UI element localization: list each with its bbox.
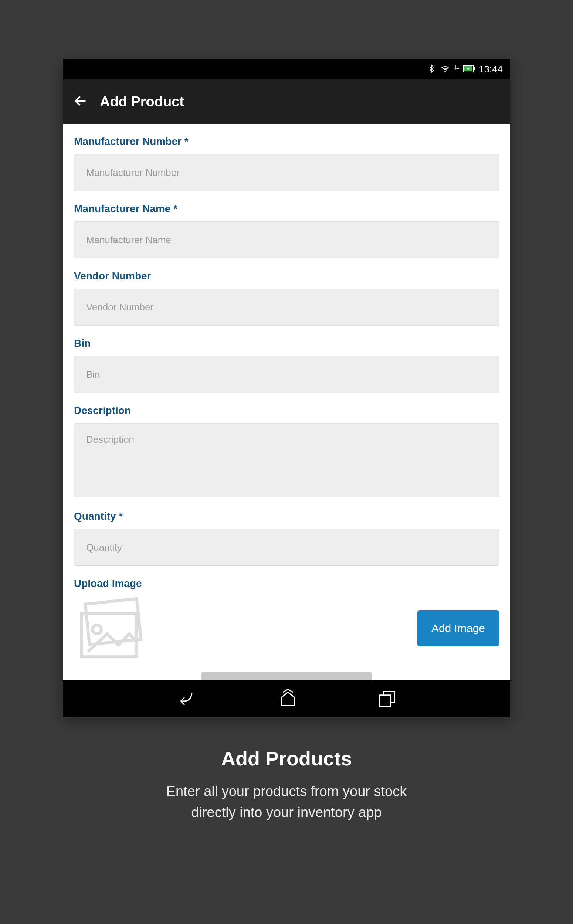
caption: Add Products Enter all your products fro… — [166, 747, 407, 823]
page-title: Add Product — [100, 94, 184, 110]
battery-charging-icon — [463, 65, 475, 74]
label-bin: Bin — [74, 338, 499, 349]
input-manufacturer-number[interactable] — [74, 154, 499, 191]
bluetooth-icon — [428, 63, 436, 76]
status-bar: 13:44 — [63, 59, 510, 80]
input-description[interactable] — [74, 423, 499, 497]
nav-home-icon[interactable] — [279, 689, 297, 708]
label-upload-image: Upload Image — [74, 578, 499, 589]
label-manufacturer-number: Manufacturer Number * — [74, 136, 499, 147]
field-quantity: Quantity * — [74, 510, 499, 566]
input-quantity[interactable] — [74, 529, 499, 566]
svg-rect-7 — [380, 695, 391, 706]
svg-point-5 — [92, 625, 101, 634]
nav-recent-icon[interactable] — [378, 689, 396, 708]
field-upload-image: Upload Image Add Image — [74, 578, 499, 660]
bottom-partial-button — [74, 672, 499, 680]
field-manufacturer-number: Manufacturer Number * — [74, 136, 499, 191]
input-vendor-number[interactable] — [74, 289, 499, 326]
field-bin: Bin — [74, 338, 499, 393]
image-placeholder-icon — [74, 597, 148, 660]
input-bin[interactable] — [74, 356, 499, 393]
form: Manufacturer Number * Manufacturer Name … — [63, 124, 510, 680]
app-bar: Add Product — [63, 80, 510, 124]
status-time: 13:44 — [479, 64, 503, 75]
label-quantity: Quantity * — [74, 510, 499, 522]
field-description: Description — [74, 405, 499, 499]
svg-rect-2 — [474, 67, 475, 70]
back-arrow-icon[interactable] — [73, 94, 88, 110]
label-vendor-number: Vendor Number — [74, 270, 499, 282]
nav-back-icon[interactable] — [177, 689, 198, 708]
input-manufacturer-name[interactable] — [74, 221, 499, 258]
phone-frame: 13:44 Add Product Manufacturer Number * … — [63, 59, 510, 718]
field-manufacturer-name: Manufacturer Name * — [74, 203, 499, 258]
data-icon — [454, 64, 460, 75]
caption-title: Add Products — [166, 747, 407, 770]
caption-subtitle: Enter all your products from your stock … — [166, 781, 407, 823]
nav-bar — [63, 680, 510, 718]
label-manufacturer-name: Manufacturer Name * — [74, 203, 499, 215]
add-image-button[interactable]: Add Image — [417, 610, 499, 646]
wifi-icon — [440, 64, 451, 75]
label-description: Description — [74, 405, 499, 417]
field-vendor-number: Vendor Number — [74, 270, 499, 326]
